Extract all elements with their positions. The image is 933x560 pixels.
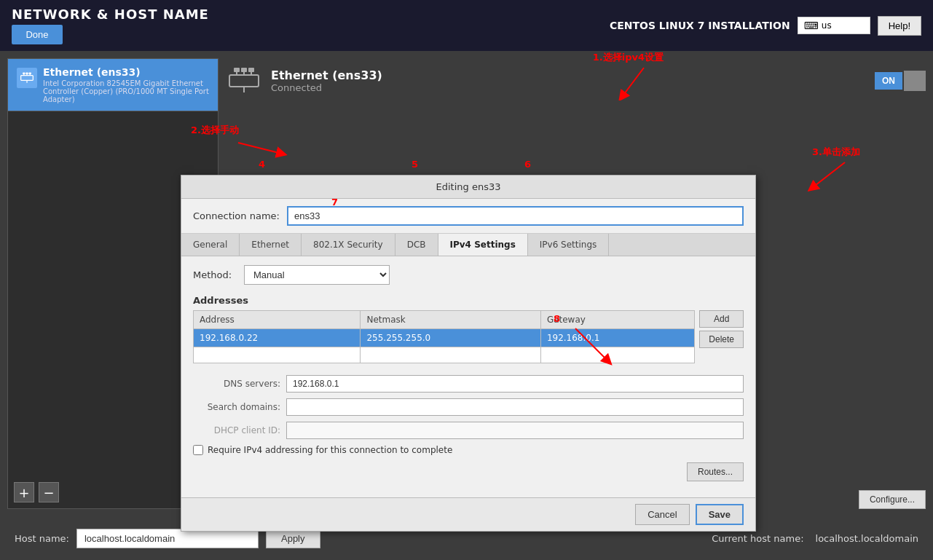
dns-label: DNS servers: [193, 379, 280, 389]
method-label: Method: [193, 269, 237, 280]
right-header: Ethernet (ens33) Connected ON [226, 58, 926, 103]
cell-gateway[interactable]: 192.168.0.1 [540, 329, 694, 347]
col-netmask: Netmask [361, 311, 540, 329]
cancel-button[interactable]: Cancel [635, 504, 689, 525]
require-ipv4-row: Require IPv4 addressing for this connect… [193, 445, 744, 455]
help-button[interactable]: Help! [878, 16, 921, 36]
addresses-header: Addresses [193, 295, 744, 306]
method-row: Method: Manual Automatic (DHCP) Link-Loc… [193, 265, 744, 285]
cell-netmask[interactable]: 255.255.255.0 [361, 329, 540, 347]
svg-rect-14 [248, 68, 254, 72]
require-ipv4-label: Require IPv4 addressing for this connect… [208, 445, 452, 455]
tab-ipv6[interactable]: IPv6 Settings [528, 234, 610, 256]
address-buttons: Add Delete [699, 310, 744, 348]
table-row-empty[interactable] [194, 347, 695, 363]
dialog-title: Editing ens33 [181, 176, 755, 199]
tab-ipv4[interactable]: IPv4 Settings [438, 234, 528, 256]
cell-address[interactable]: 192.168.0.22 [194, 329, 361, 347]
svg-rect-5 [25, 73, 28, 75]
dns-row: DNS servers: [193, 375, 744, 393]
eth-status: Connected [271, 82, 382, 93]
svg-rect-0 [21, 76, 34, 81]
connection-name-label: Connection name: [193, 210, 280, 221]
tab-8021x[interactable]: 802.1X Security [302, 234, 395, 256]
current-hostname-label: Current host name: [712, 533, 803, 544]
ipv4-tab-content: Method: Manual Automatic (DHCP) Link-Loc… [181, 256, 755, 497]
dhcp-id-input[interactable] [286, 422, 744, 439]
add-address-button[interactable]: Add [699, 310, 744, 328]
done-button[interactable]: Done [12, 25, 63, 44]
method-select[interactable]: Manual Automatic (DHCP) Link-Local Only … [244, 265, 390, 285]
addresses-table: Address Netmask Gateway 192.168.0.22 255… [193, 310, 695, 363]
delete-address-button[interactable]: Delete [699, 331, 744, 348]
top-bar: NETWORK & HOST NAME Done CENTOS LINUX 7 … [0, 0, 933, 51]
page-title: NETWORK & HOST NAME [12, 7, 209, 22]
svg-rect-8 [229, 75, 259, 87]
centos-title: CENTOS LINUX 7 INSTALLATION [610, 20, 790, 31]
svg-rect-12 [234, 68, 240, 72]
ethernet-item-name: Ethernet (ens33) [43, 66, 209, 78]
connection-name-row: Connection name: [181, 199, 755, 234]
search-domains-label: Search domains: [193, 402, 280, 412]
col-gateway: Gateway [540, 311, 694, 329]
current-hostname-value: localhost.localdomain [816, 533, 918, 544]
col-address: Address [194, 311, 361, 329]
tab-ethernet[interactable]: Ethernet [240, 234, 302, 256]
cell-gateway-empty[interactable] [540, 347, 694, 363]
require-ipv4-checkbox[interactable] [193, 445, 203, 455]
tab-dcb[interactable]: DCB [395, 234, 438, 256]
keyboard-icon: ⌨ [804, 20, 819, 31]
connection-name-input[interactable] [287, 206, 744, 226]
dialog-footer: Cancel Save [181, 497, 755, 531]
ethernet-icon [17, 68, 37, 88]
tabs-row: General Ethernet 802.1X Security DCB IPv… [181, 234, 755, 256]
svg-rect-6 [29, 73, 31, 75]
svg-rect-4 [23, 73, 25, 75]
search-domains-input[interactable] [286, 398, 744, 416]
dns-input[interactable] [286, 375, 744, 393]
editing-dialog: Editing ens33 Connection name: General E… [181, 175, 756, 532]
eth-info: Ethernet (ens33) Connected [271, 68, 382, 93]
cell-netmask-empty[interactable] [361, 347, 540, 363]
hostname-label: Host name: [15, 533, 69, 544]
top-bar-left: NETWORK & HOST NAME Done [12, 7, 209, 44]
toggle-on-label[interactable]: ON [875, 72, 902, 90]
right-header-left: Ethernet (ens33) Connected [226, 63, 382, 99]
cell-address-empty[interactable] [194, 347, 361, 363]
search-domains-row: Search domains: [193, 398, 744, 416]
configure-button[interactable]: Configure... [859, 490, 926, 509]
remove-network-button[interactable]: − [39, 482, 59, 502]
keyboard-selector[interactable]: ⌨ us [798, 17, 870, 34]
ethernet-item-text: Ethernet (ens33) Intel Corporation 82545… [43, 66, 209, 103]
ethernet-list-item[interactable]: Ethernet (ens33) Intel Corporation 82545… [8, 59, 218, 111]
addresses-row: Address Netmask Gateway 192.168.0.22 255… [193, 310, 744, 368]
dhcp-id-row: DHCP client ID: [193, 422, 744, 439]
toggle-off-area[interactable] [904, 71, 926, 91]
keyboard-lang: us [822, 20, 832, 31]
eth-icon-large [226, 63, 262, 99]
save-button[interactable]: Save [696, 504, 744, 525]
routes-button[interactable]: Routes... [687, 462, 744, 481]
dhcp-id-label: DHCP client ID: [193, 425, 280, 435]
top-bar-right: CENTOS LINUX 7 INSTALLATION ⌨ us Help! [610, 16, 921, 36]
svg-rect-13 [241, 68, 247, 72]
eth-name: Ethernet (ens33) [271, 68, 382, 82]
tab-general[interactable]: General [181, 234, 240, 256]
table-row[interactable]: 192.168.0.22 255.255.255.0 192.168.0.1 [194, 329, 695, 347]
toggle-button[interactable]: ON [875, 71, 926, 91]
ethernet-item-desc: Intel Corporation 82545EM Gigabit Ethern… [43, 79, 209, 103]
add-network-button[interactable]: + [14, 482, 34, 502]
routes-row: Routes... [193, 462, 744, 481]
